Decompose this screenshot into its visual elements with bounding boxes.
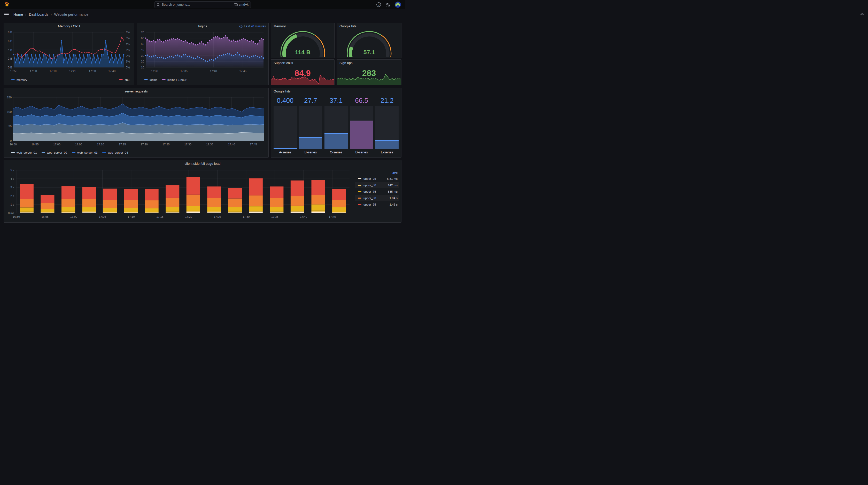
svg-text:17:10: 17:10 (128, 215, 135, 218)
svg-text:17:30: 17:30 (184, 143, 191, 146)
svg-text:2%: 2% (126, 54, 130, 57)
svg-text:4 B: 4 B (8, 48, 12, 52)
legend-swatch (358, 185, 362, 186)
legend-swatch (41, 152, 45, 153)
legend-swatch (162, 79, 165, 80)
svg-text:6 B: 6 B (8, 39, 12, 43)
legend-item-cpu[interactable]: cpu (119, 78, 129, 82)
svg-text:17:30: 17:30 (151, 69, 158, 72)
svg-text:0 ms: 0 ms (8, 212, 14, 215)
memory-gauge[interactable]: 114 B (277, 30, 328, 57)
help-icon[interactable]: ? (376, 2, 381, 7)
chevron-right-icon: › (25, 13, 26, 17)
menu-icon[interactable] (4, 13, 9, 16)
panel-title: Memory (271, 23, 334, 30)
legend-item-logins[interactable]: logins (144, 78, 157, 82)
svg-text:150: 150 (7, 96, 11, 99)
svg-text:20: 20 (141, 60, 144, 63)
legend-item-web-server-04[interactable]: web_server_04 (102, 151, 128, 154)
svg-text:60: 60 (141, 37, 144, 40)
bargauge-fill (350, 121, 373, 149)
legend-swatch (144, 79, 148, 80)
user-avatar[interactable] (395, 2, 401, 8)
bargauge-fill (299, 137, 322, 149)
svg-text:17:20: 17:20 (141, 143, 148, 146)
legend-item-web-server-02[interactable]: web_server_02 (41, 151, 67, 154)
sign-ups-sparkline[interactable] (337, 72, 401, 85)
breadcrumb-home[interactable]: Home (13, 12, 23, 17)
svg-text:1%: 1% (126, 60, 130, 63)
bargauge-track (350, 106, 373, 149)
legend-row-upper-95[interactable]: upper_95 1.46 s (355, 201, 399, 207)
svg-text:40: 40 (141, 48, 144, 52)
chevron-right-icon: › (51, 13, 52, 17)
svg-text:16:55: 16:55 (41, 215, 49, 218)
svg-text:17:40: 17:40 (108, 69, 116, 72)
news-rss-icon[interactable] (386, 2, 391, 7)
svg-text:?: ? (378, 3, 379, 6)
bargauge-value: 66.5 (350, 96, 373, 106)
bargauge-label: C-series (324, 149, 348, 155)
svg-text:17:20: 17:20 (185, 215, 192, 218)
svg-text:16:50: 16:50 (9, 143, 17, 146)
google-hits-gauge[interactable]: 57.1 (344, 30, 395, 57)
google-hits-bargauge[interactable]: 0.400A-series27.7B-series37.1C-series66.… (274, 96, 399, 155)
svg-text:17:30: 17:30 (89, 69, 96, 72)
memory-cpu-chart[interactable]: 0 B2 B4 B6 B8 B0%1%2%3%4%5%6%16:5017:001… (6, 30, 132, 77)
legend-swatch (358, 191, 362, 192)
bargauge-column-d-series[interactable]: 66.5D-series (350, 96, 373, 155)
bargauge-column-e-series[interactable]: 21.2E-series (375, 96, 399, 155)
bargauge-fill (324, 133, 348, 149)
logins-chart[interactable]: 1020304050607017:3017:3517:4017:45 (139, 30, 267, 77)
bargauge-label: B-series (299, 149, 322, 155)
legend-item-logins-prev[interactable]: logins (-1 hour) (162, 78, 187, 82)
legend-item-web-server-03[interactable]: web_server_03 (72, 151, 98, 154)
panel-title: Memory / CPU (4, 23, 134, 30)
svg-text:17:40: 17:40 (210, 69, 217, 72)
bargauge-track (274, 106, 297, 149)
legend-row-upper-90[interactable]: upper_90 1.04 s (355, 195, 399, 201)
breadcrumb-dashboards[interactable]: Dashboards (29, 12, 49, 17)
bargauge-value: 21.2 (375, 96, 399, 106)
svg-text:17:25: 17:25 (214, 215, 221, 218)
svg-text:17:05: 17:05 (99, 215, 106, 218)
svg-text:2 B: 2 B (8, 57, 12, 60)
svg-text:100: 100 (7, 110, 11, 114)
svg-text:17:05: 17:05 (75, 143, 83, 146)
legend-swatch (358, 204, 362, 205)
bargauge-column-c-series[interactable]: 37.1C-series (324, 96, 348, 155)
svg-text:17:10: 17:10 (49, 69, 57, 72)
svg-text:57.1: 57.1 (363, 49, 375, 56)
panel-memory-cpu: Memory / CPU 0 B2 B4 B6 B8 B0%1%2%3%4%5%… (4, 23, 134, 85)
legend-avg-header: avg (355, 171, 399, 175)
legend-row-upper-75[interactable]: upper_75 535 ms (355, 188, 399, 195)
svg-text:17:20: 17:20 (69, 69, 76, 72)
svg-text:30: 30 (141, 54, 144, 57)
legend-item-memory[interactable]: memory (11, 78, 27, 82)
svg-text:17:15: 17:15 (156, 215, 163, 218)
bargauge-fill (274, 148, 297, 149)
bargauge-label: A-series (274, 149, 297, 155)
bargauge-track (324, 106, 348, 149)
panel-memory-gauge: Memory 114 B (271, 23, 335, 58)
server-requests-chart[interactable]: 05010015016:5016:5517:0017:0517:1017:151… (6, 95, 267, 150)
bargauge-value: 37.1 (324, 96, 348, 106)
support-calls-sparkline[interactable] (271, 72, 334, 85)
shortcut-hint: cmd+k (234, 3, 249, 6)
breadcrumb-bar: Home › Dashboards › Website performance (0, 9, 405, 20)
bargauge-column-b-series[interactable]: 27.7B-series (299, 96, 322, 155)
legend-row-upper-50[interactable]: upper_50 142 ms (355, 182, 399, 188)
svg-text:0 B: 0 B (8, 66, 12, 69)
legend-row-upper-25[interactable]: upper_25 6.81 ms (355, 175, 399, 182)
legend-swatch (11, 79, 15, 80)
time-range-indicator[interactable]: Last 20 minutes (239, 23, 266, 30)
grafana-logo[interactable] (4, 2, 10, 8)
bargauge-column-a-series[interactable]: 0.400A-series (274, 96, 297, 155)
svg-text:17:45: 17:45 (250, 143, 257, 146)
bargauge-fill (375, 140, 399, 149)
svg-text:17:25: 17:25 (162, 143, 170, 146)
legend-item-web-server-01[interactable]: web_server_01 (11, 151, 37, 154)
client-load-chart[interactable]: 0 ms1 s2 s3 s4 s5 s16:5016:5517:0017:051… (6, 167, 353, 222)
search-input[interactable]: Search or jump to... cmd+k (154, 1, 251, 8)
bargauge-label: E-series (375, 149, 399, 155)
